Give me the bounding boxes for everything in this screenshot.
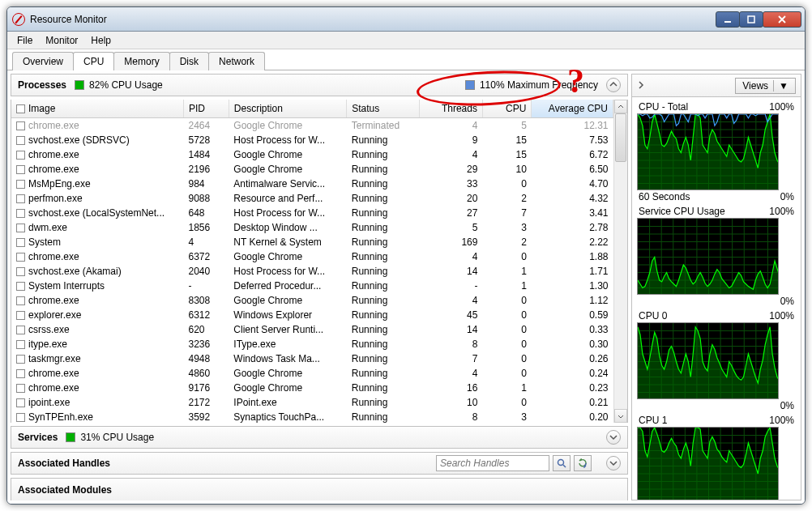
chart-service: Service CPU Usage100%0% <box>637 205 796 308</box>
row-checkbox[interactable] <box>16 151 25 160</box>
panel-collapse-button[interactable] <box>637 80 645 92</box>
col-average-cpu[interactable]: Average CPU <box>532 100 613 118</box>
col-status[interactable]: Status <box>347 100 419 118</box>
table-row[interactable]: svchost.exe (LocalSystemNet...648Host Pr… <box>11 206 613 220</box>
svg-rect-1 <box>748 16 754 23</box>
close-button[interactable] <box>763 11 801 28</box>
chart-foot-left: 60 Seconds <box>639 191 690 202</box>
row-checkbox[interactable] <box>16 384 25 393</box>
row-checkbox[interactable] <box>16 355 25 364</box>
tab-disk[interactable]: Disk <box>169 52 209 70</box>
maximize-button[interactable] <box>739 11 763 28</box>
tab-overview[interactable]: Overview <box>12 52 74 70</box>
scroll-down-button[interactable] <box>614 409 627 423</box>
table-row[interactable]: svchost.exe (Akamai)2040Host Process for… <box>11 264 613 279</box>
row-checkbox[interactable] <box>16 194 25 203</box>
titlebar[interactable]: Resource Monitor <box>7 7 805 32</box>
row-checkbox[interactable] <box>16 369 25 378</box>
minimize-button[interactable] <box>716 11 740 28</box>
table-row[interactable]: chrome.exe2196Google ChromeRunning29106.… <box>11 162 613 177</box>
chart-foot-right: 0% <box>780 400 794 411</box>
table-row[interactable]: chrome.exe8308Google ChromeRunning401.12 <box>11 293 613 308</box>
row-checkbox[interactable] <box>16 398 25 407</box>
search-button[interactable] <box>553 455 571 471</box>
row-checkbox[interactable] <box>16 326 25 334</box>
handles-expand-button[interactable] <box>606 456 621 471</box>
views-button[interactable]: Views ▼ <box>735 78 796 94</box>
menu-help[interactable]: Help <box>84 33 118 48</box>
table-row[interactable]: System4NT Kernel & SystemRunning16922.22 <box>11 235 613 249</box>
table-row[interactable]: perfmon.exe9088Resource and Perf...Runni… <box>11 191 613 206</box>
table-row[interactable]: chrome.exe2464Google ChromeTerminated451… <box>11 118 613 134</box>
table-scrollbar[interactable] <box>613 100 627 423</box>
tab-cpu[interactable]: CPU <box>73 52 114 70</box>
services-header[interactable]: Services 31% CPU Usage <box>11 426 628 449</box>
row-checkbox[interactable] <box>16 296 25 305</box>
row-checkbox[interactable] <box>16 209 25 218</box>
table-row[interactable]: explorer.exe6312Windows ExplorerRunning4… <box>11 308 613 322</box>
table-row[interactable]: itype.exe3236IType.exeRunning800.30 <box>11 337 613 351</box>
scroll-up-button[interactable] <box>614 100 627 113</box>
table-row[interactable]: ipoint.exe2172IPoint.exeRunning1000.21 <box>11 395 613 410</box>
services-usage-label: 31% CPU Usage <box>80 432 154 443</box>
row-checkbox[interactable] <box>16 238 25 247</box>
chart-canvas <box>637 113 779 190</box>
table-row[interactable]: taskmgr.exe4948Windows Task Ma...Running… <box>11 351 613 366</box>
row-checkbox[interactable] <box>16 311 25 320</box>
chart-foot-right: 0% <box>780 191 794 202</box>
col-description[interactable]: Description <box>229 100 346 118</box>
processes-collapse-button[interactable] <box>606 78 621 92</box>
row-checkbox[interactable] <box>16 253 25 262</box>
processes-title: Processes <box>18 79 66 91</box>
table-row[interactable]: chrome.exe6372Google ChromeRunning401.88 <box>11 249 613 264</box>
app-icon <box>12 13 25 26</box>
select-all-checkbox[interactable] <box>16 104 25 113</box>
modules-header[interactable]: Associated Modules <box>11 478 628 500</box>
services-title: Services <box>18 432 58 443</box>
svg-rect-0 <box>724 21 731 23</box>
row-checkbox[interactable] <box>16 165 25 174</box>
chart-max: 100% <box>769 415 794 426</box>
table-row[interactable]: chrome.exe9176Google ChromeRunning1610.2… <box>11 381 613 395</box>
scroll-thumb[interactable] <box>615 113 626 162</box>
tab-network[interactable]: Network <box>208 52 265 70</box>
tab-memory[interactable]: Memory <box>113 52 169 70</box>
row-checkbox[interactable] <box>16 224 25 232</box>
row-checkbox[interactable] <box>16 136 25 145</box>
row-checkbox[interactable] <box>16 340 25 349</box>
max-freq-swatch <box>465 80 475 90</box>
row-checkbox[interactable] <box>16 413 25 422</box>
window-title: Resource Monitor <box>30 14 716 25</box>
table-row[interactable]: System Interrupts-Deferred Procedur...Ru… <box>11 279 613 293</box>
row-checkbox[interactable] <box>16 282 25 291</box>
table-row[interactable]: svchost.exe (SDRSVC)5728Host Process for… <box>11 133 613 147</box>
search-handles-input[interactable] <box>436 455 549 471</box>
col-image[interactable]: Image <box>11 100 183 118</box>
chart-total: CPU - Total100%60 Seconds0% <box>637 100 796 203</box>
menu-monitor[interactable]: Monitor <box>39 33 84 48</box>
resource-monitor-window: Resource Monitor File Monitor Help Overv… <box>6 6 806 505</box>
row-checkbox[interactable] <box>16 267 25 276</box>
table-row[interactable]: csrss.exe620Client Server Runti...Runnin… <box>11 322 613 337</box>
refresh-button[interactable] <box>574 455 592 471</box>
col-pid[interactable]: PID <box>183 100 229 118</box>
table-row[interactable]: MsMpEng.exe984Antimalware Servic...Runni… <box>11 177 613 191</box>
table-row[interactable]: SynTPEnh.exe3592Synaptics TouchPa...Runn… <box>11 410 613 423</box>
col-threads[interactable]: Threads <box>419 100 482 118</box>
handles-header[interactable]: Associated Handles <box>11 452 628 475</box>
chart-canvas <box>637 322 779 399</box>
table-row[interactable]: dwm.exe1856Desktop Window ...Running532.… <box>11 220 613 235</box>
processes-table: Image PID Description Status Threads CPU… <box>11 100 628 423</box>
chart-title: CPU 1 <box>639 415 667 426</box>
cpu-usage-label: 82% CPU Usage <box>89 79 163 91</box>
table-row[interactable]: chrome.exe4860Google ChromeRunning400.24 <box>11 366 613 381</box>
menu-file[interactable]: File <box>11 33 39 48</box>
row-checkbox[interactable] <box>16 180 25 189</box>
table-row[interactable]: chrome.exe1484Google ChromeRunning4156.7… <box>11 147 613 162</box>
services-expand-button[interactable] <box>606 430 621 445</box>
col-cpu[interactable]: CPU <box>482 100 531 118</box>
processes-header[interactable]: Processes 82% CPU Usage 110% Maximum Fre… <box>11 74 628 96</box>
svg-point-2 <box>558 460 564 466</box>
row-checkbox[interactable] <box>16 121 25 130</box>
chart-title: CPU 0 <box>639 310 667 322</box>
